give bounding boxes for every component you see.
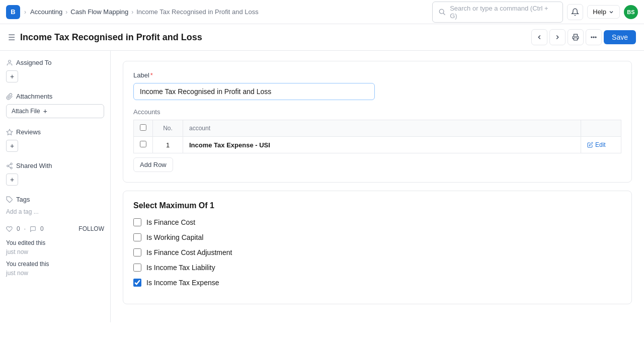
help-label: Help <box>593 8 606 16</box>
svg-line-10 <box>9 166 11 167</box>
attach-file-label: Attach File <box>12 108 40 115</box>
accounts-section-label: Accounts <box>133 108 621 116</box>
select-all-checkbox[interactable] <box>140 124 146 131</box>
assigned-to-add-button[interactable]: + <box>6 70 18 82</box>
checkbox-finance-cost-label: Is Finance Cost <box>146 218 195 226</box>
share-icon <box>6 162 13 169</box>
svg-point-5 <box>9 60 11 62</box>
tag-placeholder[interactable]: Add a tag ... <box>6 208 39 215</box>
label-accounts-card: Label* Accounts No. account <box>123 61 632 183</box>
next-button[interactable] <box>549 29 566 45</box>
reviews-section: Reviews + <box>6 128 104 152</box>
row-edit-cell: Edit <box>581 137 621 153</box>
breadcrumb-current: Income Tax Recognised in Profit and Loss <box>136 8 259 16</box>
svg-point-7 <box>11 163 13 165</box>
edit-label: Edit <box>595 141 606 148</box>
breadcrumb-sep-1: › <box>24 9 26 16</box>
toolbar: Save <box>531 29 636 45</box>
activity-item-1: You edited this just now <box>6 238 104 256</box>
notifications-button[interactable] <box>567 4 583 20</box>
shared-with-label: Shared With <box>16 162 52 169</box>
chevron-right-icon <box>554 34 561 41</box>
printer-icon <box>572 34 579 41</box>
chevron-left-icon <box>536 34 543 41</box>
save-button[interactable]: Save <box>604 30 636 44</box>
checkbox-working-capital[interactable] <box>133 233 141 241</box>
svg-marker-6 <box>7 129 13 135</box>
svg-point-3 <box>593 37 594 38</box>
checkbox-working-capital-label: Is Working Capital <box>146 233 203 241</box>
page-header: ☰ Income Tax Recognised in Profit and Lo… <box>0 24 644 51</box>
right-panel: Label* Accounts No. account <box>111 51 644 322</box>
search-icon <box>439 9 446 16</box>
search-bar[interactable]: Search or type a command (Ctrl + G) <box>432 2 563 23</box>
table-header-actions <box>581 120 621 137</box>
activity-item-2: You created this just now <box>6 260 104 278</box>
prev-button[interactable] <box>531 29 547 45</box>
reviews-add-button[interactable]: + <box>6 140 18 152</box>
checkbox-finance-cost[interactable] <box>133 218 141 226</box>
checkbox-finance-cost-adj[interactable] <box>133 248 141 256</box>
checkbox-income-tax-expense[interactable] <box>133 279 141 287</box>
activity-1-time: just now <box>6 248 28 255</box>
required-star: * <box>150 71 153 79</box>
checkbox-item-3: Is Income Tax Liability <box>133 264 621 272</box>
reviews-label: Reviews <box>16 128 41 136</box>
avatar[interactable]: BS <box>624 5 638 19</box>
breadcrumb-sep-2: › <box>65 9 67 16</box>
checkbox-income-tax-liability[interactable] <box>133 264 141 272</box>
checkbox-finance-cost-adj-label: Is Finance Cost Adjustment <box>146 248 232 256</box>
activity-1-action: You edited this <box>6 239 45 246</box>
app-icon[interactable]: B <box>6 5 20 19</box>
help-button[interactable]: Help <box>587 5 620 19</box>
bell-icon <box>571 8 579 16</box>
pencil-icon <box>587 142 593 148</box>
content-wrapper: ☰ Income Tax Recognised in Profit and Lo… <box>0 24 644 322</box>
table-header-no: No. <box>153 120 183 137</box>
breadcrumb-cashflow[interactable]: Cash Flow Mapping <box>70 8 128 16</box>
edit-link[interactable]: Edit <box>587 141 615 148</box>
ellipsis-icon <box>590 34 597 41</box>
activity-2-action: You created this <box>6 261 49 268</box>
row-no-cell: 1 <box>153 137 183 153</box>
activity-2-time: just now <box>6 270 28 277</box>
tag-icon <box>6 196 13 203</box>
likes-count: 0 <box>17 225 20 232</box>
row-checkbox[interactable] <box>140 141 146 147</box>
row-checkbox-cell <box>134 137 153 153</box>
breadcrumb-accounting[interactable]: Accounting <box>30 8 62 16</box>
bottom-stats: 0 · 0 FOLLOW <box>6 225 104 232</box>
checkbox-item-0: Is Finance Cost <box>133 218 621 226</box>
hamburger-icon[interactable]: ☰ <box>8 33 15 42</box>
tags-section: Tags Add a tag ... <box>6 196 104 215</box>
checkbox-item-2: Is Finance Cost Adjustment <box>133 248 621 256</box>
label-input[interactable] <box>133 83 375 100</box>
more-button[interactable] <box>586 29 602 45</box>
attachments-section: Attachments Attach File + <box>6 93 104 118</box>
shared-with-add-button[interactable]: + <box>6 174 18 186</box>
breadcrumb-sep-3: › <box>131 9 133 16</box>
search-placeholder: Search or type a command (Ctrl + G) <box>450 5 556 20</box>
left-panel: Assigned To + Attachments Attach File + <box>0 51 111 322</box>
checkbox-item-4: Is Income Tax Expense <box>133 279 621 287</box>
svg-rect-1 <box>574 38 578 40</box>
dot-sep: · <box>24 225 26 232</box>
svg-point-2 <box>591 37 592 38</box>
svg-point-4 <box>595 37 596 38</box>
checkbox-income-tax-expense-label: Is Income Tax Expense <box>146 279 219 287</box>
row-account-value: Income Tax Expense - USI <box>189 141 270 149</box>
follow-link[interactable]: FOLLOW <box>78 225 104 232</box>
print-button[interactable] <box>568 29 584 45</box>
accounts-table: No. account 1 Income Tax Expens <box>133 120 621 153</box>
table-row: 1 Income Tax Expense - USI <box>134 137 621 153</box>
label-field-label: Label* <box>133 71 621 79</box>
attach-file-plus-icon: + <box>43 107 47 115</box>
attach-file-button[interactable]: Attach File + <box>6 104 104 118</box>
select-max-title: Select Maximum Of 1 <box>133 201 621 210</box>
star-icon <box>6 129 13 136</box>
assigned-to-section: Assigned To + <box>6 59 104 82</box>
shared-with-section: Shared With + <box>6 162 104 186</box>
svg-line-11 <box>9 164 11 165</box>
paperclip-icon <box>6 93 13 100</box>
add-row-button[interactable]: Add Row <box>133 157 173 172</box>
